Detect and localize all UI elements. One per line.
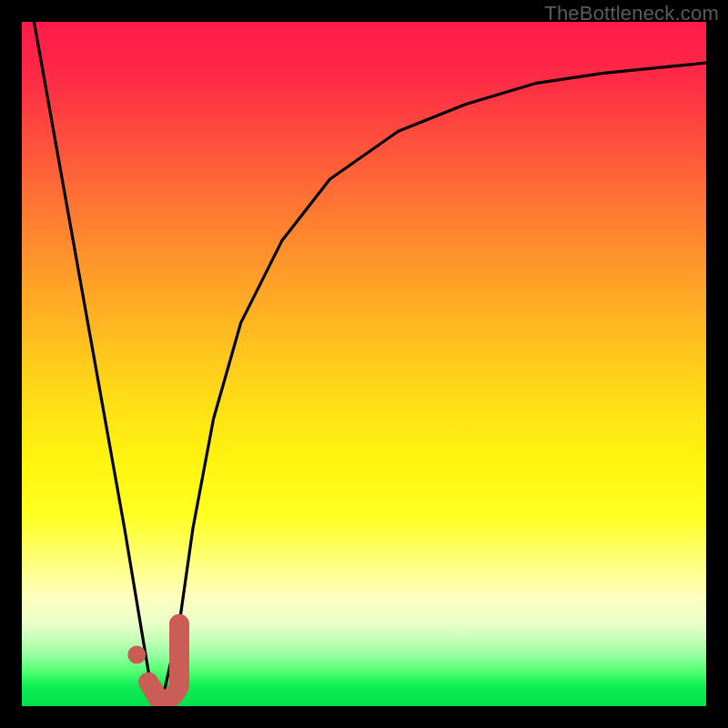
- watermark-label: TheBottleneck.com: [544, 2, 719, 25]
- bottleneck-curve-svg: [22, 22, 706, 706]
- accent-j-mark: [148, 624, 179, 700]
- bottleneck-curve-path: [22, 22, 706, 706]
- accent-dot: [127, 646, 146, 664]
- chart-plot-area: [22, 22, 706, 706]
